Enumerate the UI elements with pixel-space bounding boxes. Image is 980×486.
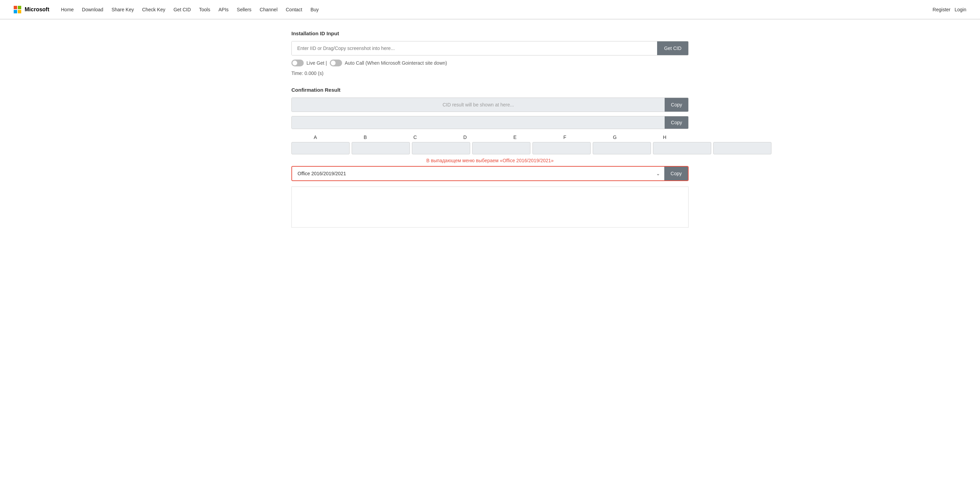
col-header-h: H <box>641 135 689 140</box>
cid-result-display: CID result will be shown at here... <box>292 98 665 111</box>
toggles-row: Live Get | Auto Call (When Microsoft Goi… <box>291 60 689 67</box>
select-copy-button[interactable]: Copy <box>664 167 688 180</box>
office-select[interactable]: Office 2016/2019/2021 Windows 10 Windows… <box>292 167 652 180</box>
nav-sellers[interactable]: Sellers <box>234 5 255 14</box>
iid-input-row: Get CID <box>291 41 689 56</box>
chevron-down-icon: ⌄ <box>652 167 664 180</box>
live-get-label: Live Get | <box>307 60 327 66</box>
col-inputs <box>291 142 689 154</box>
col-input-h[interactable] <box>713 142 772 154</box>
nav-download[interactable]: Download <box>78 5 107 14</box>
col-header-g: G <box>591 135 639 140</box>
nav-auth: Register Login <box>933 7 966 12</box>
col-header-e: E <box>491 135 539 140</box>
col-input-b[interactable] <box>352 142 410 154</box>
columns-section: A B C D E F G H <box>291 135 689 154</box>
result-display-2 <box>292 116 665 129</box>
iid-section-title: Installation ID Input <box>291 30 689 36</box>
nav-links: Home Download Share Key Check Key Get CI… <box>57 5 933 14</box>
nav-channel[interactable]: Channel <box>256 5 281 14</box>
bottom-area <box>291 186 689 227</box>
nav-share-key[interactable]: Share Key <box>108 5 137 14</box>
select-row: Office 2016/2019/2021 Windows 10 Windows… <box>291 166 689 181</box>
col-input-c[interactable] <box>412 142 470 154</box>
col-header-b: B <box>341 135 389 140</box>
col-header-d: D <box>441 135 489 140</box>
time-display: Time: 0.000 (s) <box>291 70 689 76</box>
ms-logo <box>14 6 21 13</box>
iid-section: Installation ID Input Get CID Live Get |… <box>291 30 689 76</box>
nav-apis[interactable]: APIs <box>215 5 232 14</box>
col-header-a: A <box>291 135 339 140</box>
brand-name: Microsoft <box>25 6 49 13</box>
confirmation-section: Confirmation Result CID result will be s… <box>291 87 689 227</box>
result-row-1: CID result will be shown at here... Copy <box>291 97 689 112</box>
col-header-c: C <box>391 135 439 140</box>
iid-input[interactable] <box>292 41 657 55</box>
get-cid-button[interactable]: Get CID <box>657 41 688 55</box>
copy-button-1[interactable]: Copy <box>665 98 688 111</box>
main-content: Installation ID Input Get CID Live Get |… <box>285 19 695 238</box>
nav-tools[interactable]: Tools <box>196 5 214 14</box>
col-headers: A B C D E F G H <box>291 135 689 140</box>
nav-buy[interactable]: Buy <box>307 5 322 14</box>
login-link[interactable]: Login <box>955 7 966 12</box>
col-input-e[interactable] <box>533 142 591 154</box>
auto-call-label: Auto Call (When Microsoft Gointeract sit… <box>345 60 447 66</box>
col-input-g[interactable] <box>653 142 711 154</box>
register-link[interactable]: Register <box>933 7 951 12</box>
copy-button-2[interactable]: Copy <box>665 116 688 129</box>
annotation-text: В выпадающем меню выбераем «Office 2016/… <box>291 158 689 163</box>
auto-call-toggle[interactable] <box>330 60 342 67</box>
confirmation-section-title: Confirmation Result <box>291 87 689 93</box>
nav-home[interactable]: Home <box>57 5 77 14</box>
nav-contact[interactable]: Contact <box>283 5 306 14</box>
col-input-f[interactable] <box>593 142 651 154</box>
nav-check-key[interactable]: Check Key <box>139 5 169 14</box>
brand-link[interactable]: Microsoft <box>14 6 49 13</box>
col-header-f: F <box>541 135 589 140</box>
navbar: Microsoft Home Download Share Key Check … <box>0 0 980 19</box>
col-input-a[interactable] <box>291 142 350 154</box>
nav-get-cid[interactable]: Get CID <box>170 5 194 14</box>
result-row-2: Copy <box>291 116 689 129</box>
live-get-toggle[interactable] <box>291 60 304 67</box>
col-input-d[interactable] <box>472 142 530 154</box>
